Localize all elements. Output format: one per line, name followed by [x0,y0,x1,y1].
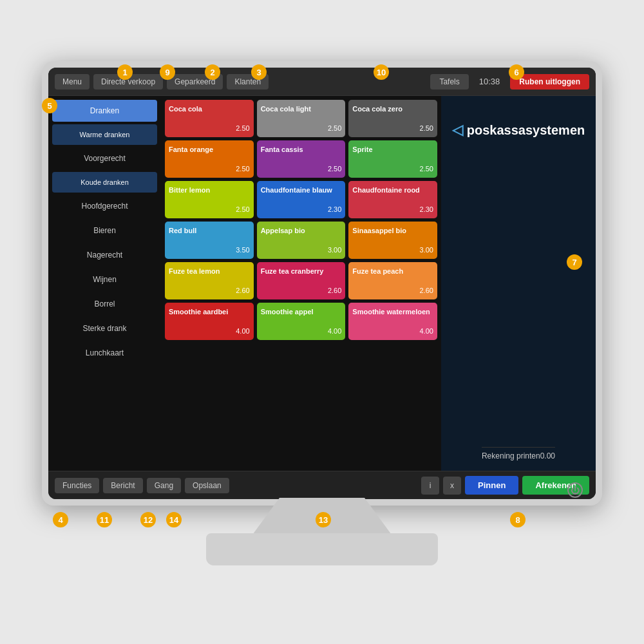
product-btn-6[interactable]: Bitter lemon2.50 [165,181,254,218]
sidebar-item-wijnen[interactable]: Wijnen [52,269,157,290]
product-btn-17[interactable]: Smoothie watermeloen4.00 [348,303,437,340]
product-btn-8[interactable]: Chaudfontaine rood2.30 [348,181,437,218]
logo-area: ◁ poskassasystemen [452,122,585,138]
badge-11: 11 [97,512,112,527]
product-grid: Coca cola2.50Coca cola light2.50Coca col… [165,100,437,340]
badge-13: 13 [316,512,331,527]
close-button[interactable]: x [443,477,461,495]
product-btn-9[interactable]: Red bull3.50 [165,222,254,259]
badge-12: 12 [140,512,156,527]
product-btn-1[interactable]: Coca cola light2.50 [257,100,346,137]
product-btn-2[interactable]: Coca cola zero2.50 [348,100,437,137]
badge-10: 10 [374,64,389,80]
sidebar-item-voorgerecht[interactable]: Voorgerecht [52,147,157,169]
receipt-total: Rekening printen 0.00 [482,447,555,464]
sidebar-item-borrel[interactable]: Borrel [52,293,157,315]
sidebar-item-bieren[interactable]: Bieren [52,220,157,242]
product-btn-16[interactable]: Smoothie appel4.00 [257,303,346,340]
receipt-label: Rekening printen [482,451,540,460]
badge-8: 8 [510,512,526,527]
product-btn-0[interactable]: Coca cola2.50 [165,100,254,137]
sidebar-item-sterke-drank[interactable]: Sterke drank [52,317,157,339]
opslaan-button[interactable]: Opslaan [185,478,229,493]
power-button[interactable]: ⏻ [567,482,583,498]
monitor-bezel: Menu Directe verkoop Geparkeerd Klanten … [48,68,596,499]
sidebar-item-lunchkaart[interactable]: Lunchkaart [52,342,157,364]
time-display: 10:38 [473,77,507,86]
product-btn-13[interactable]: Fuze tea cranberry2.60 [257,262,346,299]
logo-text: poskassasystemen [467,123,585,138]
product-btn-4[interactable]: Fanta cassis2.50 [257,140,346,178]
tafels-button[interactable]: Tafels [430,74,468,90]
badge-9: 9 [160,64,175,80]
sidebar-item-warme-dranken[interactable]: Warme dranken [52,124,157,145]
badge-3: 3 [251,64,267,80]
badge-5: 5 [42,98,57,113]
product-btn-15[interactable]: Smoothie aardbei4.00 [165,303,254,340]
sidebar: Dranken Warme dranken Voorgerecht Koude … [48,96,161,471]
sidebar-item-dranken[interactable]: Dranken [52,100,157,122]
product-btn-5[interactable]: Sprite2.50 [348,140,437,178]
bericht-button[interactable]: Bericht [103,478,142,493]
main-content: Dranken Warme dranken Voorgerecht Koude … [48,96,596,471]
right-panel: ◁ poskassasystemen Rekening printen 0.00 [441,96,596,471]
logo-icon: ◁ [452,122,463,138]
sidebar-item-koude-dranken[interactable]: Koude dranken [52,172,157,193]
product-btn-12[interactable]: Fuze tea lemon2.60 [165,262,254,299]
badge-7: 7 [567,254,582,270]
sidebar-item-nagerecht[interactable]: Nagerecht [52,244,157,266]
bottom-bar: Functies Bericht Gang Opslaan i x Pinnen… [48,471,596,499]
badge-1: 1 [117,64,133,80]
badge-14: 14 [166,512,182,527]
sidebar-item-hoofdgerecht[interactable]: Hoofdgerecht [52,195,157,217]
info-button[interactable]: i [421,477,439,495]
functies-button[interactable]: Functies [55,478,99,493]
receipt-value: 0.00 [540,451,555,460]
stand-base [206,533,438,565]
product-btn-11[interactable]: Sinaasappel bio3.00 [348,222,437,259]
receipt-area [448,145,589,447]
badge-4: 4 [53,512,68,527]
product-area: Coca cola2.50Coca cola light2.50Coca col… [161,96,441,471]
monitor: Menu Directe verkoop Geparkeerd Klanten … [42,61,602,506]
product-btn-3[interactable]: Fanta orange2.50 [165,140,254,178]
product-btn-14[interactable]: Fuze tea peach2.60 [348,262,437,299]
badge-2: 2 [205,64,220,80]
product-btn-10[interactable]: Appelsap bio3.00 [257,222,346,259]
menu-button[interactable]: Menu [55,74,90,90]
gang-button[interactable]: Gang [147,478,181,493]
badge-6: 6 [509,64,524,80]
product-btn-7[interactable]: Chaudfontaine blauw2.30 [257,181,346,218]
pinnen-button[interactable]: Pinnen [465,476,518,495]
